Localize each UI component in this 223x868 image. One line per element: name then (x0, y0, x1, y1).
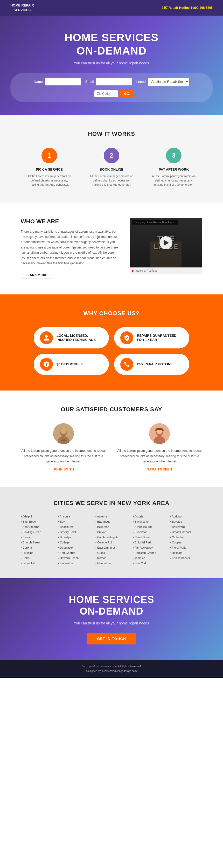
list-item: Cooper (170, 540, 202, 545)
dollar-icon (43, 361, 50, 368)
email-input[interactable] (96, 78, 132, 86)
name-input[interactable] (45, 78, 81, 86)
step-2-label: BOOK ONLINE (88, 167, 135, 172)
how-it-works-section: HOW IT WORKS 1 PICK A SERVICE All the Lo… (0, 115, 223, 203)
list-item: Douglaston (58, 546, 90, 550)
go-button[interactable]: GO (120, 90, 133, 97)
why-card-text-3: 24/7 REPAIR HOTLINE (137, 362, 173, 367)
learn-more-button[interactable]: LEARN MORE (21, 271, 52, 279)
step-1-circle: 1 (41, 148, 57, 163)
step-2-desc: All the Lorem ipsum generators on define… (88, 174, 135, 187)
testimonial-text-0: All the Lorem ipsum generators on the In… (21, 448, 106, 464)
step-3-circle: 3 (166, 148, 182, 163)
hero-form: Name Email I need Appliance Repair Servi… (10, 73, 213, 102)
testimonial-name-1: SARAH GREEN (117, 467, 202, 471)
person-icon (43, 334, 50, 341)
list-item: Bronx (21, 535, 53, 539)
list-item: Broad Channel (170, 530, 202, 534)
list-item: Corona (21, 546, 53, 550)
step-3-desc: All the Lorem ipsum generators on define… (150, 174, 197, 187)
email-group: Email (85, 78, 132, 86)
list-item: Cathedral (170, 535, 202, 539)
list-item: Bay (58, 520, 90, 524)
list-item: Colonial Park (133, 540, 165, 545)
footer-cta-title: HOME SERVICES ON-DEMAND (10, 594, 213, 617)
why-choose-title: WHY CHOOSE US? (21, 310, 202, 317)
play-button[interactable] (159, 236, 173, 249)
testimonials-title: OUR SATISFIED CUSTOMERS SAY (21, 406, 202, 413)
site-logo: HOME REPAIR SERVICES (10, 3, 34, 12)
list-item: Knickerbocker (170, 556, 202, 560)
list-item: Fort George (58, 551, 90, 555)
step-3: 3 PAY AFTER WORK All the Lorem ipsum gen… (150, 148, 197, 187)
cities-grid: AdelphiAnsoniaArverneAstoriaAudubonBath … (21, 514, 202, 565)
site-footer: Copyright © domainname.com. All Rights R… (0, 660, 223, 678)
list-item: Bear Stearns (21, 525, 53, 529)
youtube-bar: ▶ Watch on YouTube (129, 268, 202, 274)
who-title: WHO WE ARE (21, 218, 119, 225)
shield-icon (123, 334, 130, 341)
who-body: There are many variations of passages of… (21, 229, 119, 266)
service-select[interactable]: Appliance Repair Service ▼ (148, 78, 189, 86)
why-choose-section: WHY CHOOSE US? LOCAL, LICENSED, INSURED … (0, 294, 223, 391)
footer-cta-section: HOME SERVICES ON-DEMAND You can trust us… (0, 578, 223, 660)
hotline-info: 24/7 Repair Hotline 1-800-468-5865 (161, 6, 213, 10)
list-item: Bath Beach (21, 520, 53, 524)
name-label: Name (34, 80, 43, 84)
testimonial-0: All the Lorem ipsum generators on the In… (21, 423, 106, 471)
list-item: Baychester (133, 520, 165, 524)
who-text: WHO WE ARE There are many variations of … (21, 218, 119, 279)
step-3-label: PAY AFTER WORK (150, 167, 197, 172)
site-header: HOME REPAIR SERVICES 24/7 Repair Hotline… (0, 0, 223, 16)
list-item: Floral Park (170, 546, 202, 550)
list-item: Astoria (133, 514, 165, 519)
list-item: Boulevard (170, 525, 202, 529)
hero-section: HOME SERVICES ON-DEMAND You can trust us… (0, 16, 223, 115)
list-item: Arverne (96, 514, 127, 519)
list-item: Church Street (21, 540, 53, 545)
list-item: Cambria Heights (96, 535, 127, 539)
hero-title: HOME SERVICES ON-DEMAND (10, 31, 213, 57)
list-item: Adelphi (21, 514, 53, 519)
list-item: Breezy Point (58, 530, 90, 534)
list-item: Grace (96, 551, 127, 555)
cities-section: CITIES WE SERVE IN NEW YORK AREA Adelphi… (0, 487, 223, 578)
step-2: 2 BOOK ONLINE All the Lorem ipsum genera… (88, 148, 135, 187)
list-item: Hollis (21, 556, 53, 560)
step-1-desc: All the Lorem ipsum generators on define… (26, 174, 73, 187)
list-item: New York (133, 561, 165, 565)
testimonials-grid: All the Lorem ipsum generators on the In… (21, 423, 202, 471)
why-grid: LOCAL, LICENSED, INSURED TECHNICIANS REP… (34, 327, 189, 375)
list-item: College Point (96, 540, 127, 545)
cities-title: CITIES WE SERVE IN NEW YORK AREA (21, 500, 202, 506)
list-item: Ansonia (58, 514, 90, 519)
why-card-text-2: $0 DEDUCTIBLE (57, 362, 83, 367)
list-item: East Elmhurst (96, 546, 127, 550)
footer-designed-by: Designed by: businesslogicpagedesign.com (4, 669, 219, 674)
step-2-circle: 2 (104, 148, 119, 163)
svg-point-2 (61, 428, 67, 434)
step-1-label: PICK A SERVICE (26, 167, 73, 172)
footer-cta-subtitle: You can trust us for all your home repai… (10, 621, 213, 625)
steps-container: 1 PICK A SERVICE All the Lorem ipsum gen… (21, 148, 202, 187)
testimonial-1: All the Lorem ipsum generators on the In… (117, 423, 202, 471)
zip-input[interactable] (95, 90, 118, 97)
email-label: Email (85, 80, 94, 84)
why-icon-shield (120, 331, 133, 344)
avatar-sarah (149, 423, 170, 444)
why-card-text-1: REPAIRS GUARANTEED FOR 1 YEAR (137, 334, 183, 342)
get-in-touch-button[interactable]: GET IN TOUCH (86, 633, 137, 645)
list-item: Inwood (96, 556, 127, 560)
testimonial-text-1: All the Lorem ipsum generators on the In… (117, 448, 202, 464)
list-item: Bowling Green (21, 530, 53, 534)
list-item: Brevort (96, 530, 127, 534)
list-item: Jamaica (133, 556, 165, 560)
list-item: Manhattan (96, 561, 127, 565)
list-item: Canal Street (133, 535, 165, 539)
list-item: Bayside (170, 520, 202, 524)
why-card-text-0: LOCAL, LICENSED, INSURED TECHNICIANS (57, 334, 103, 342)
video-thumbnail[interactable]: Satisfying Home Repair Time Laps... TIME… (129, 218, 202, 268)
youtube-icon: ▶ (132, 269, 134, 273)
list-item: Hellgate (170, 551, 202, 555)
video-play-overlay (129, 218, 202, 268)
